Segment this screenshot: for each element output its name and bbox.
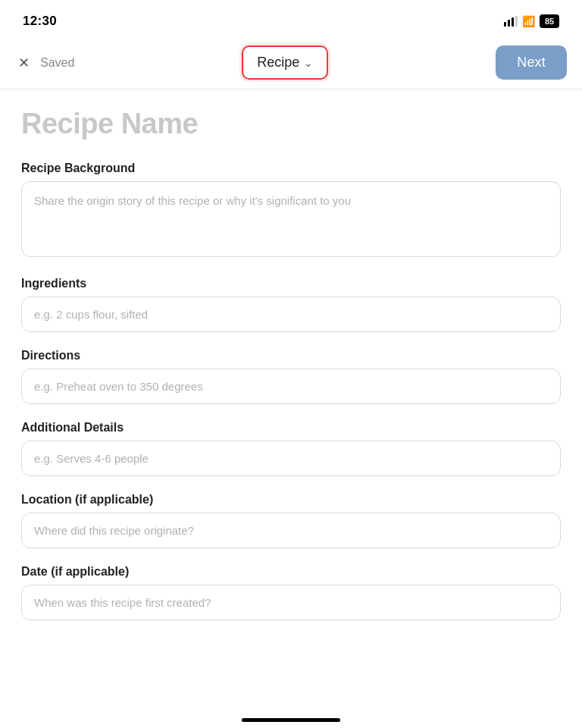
recipe-background-label: Recipe Background bbox=[21, 162, 561, 175]
recipe-background-input[interactable] bbox=[21, 181, 561, 257]
signal-icon bbox=[504, 16, 518, 27]
location-input[interactable] bbox=[21, 513, 561, 548]
date-group: Date (if applicable) bbox=[21, 565, 561, 620]
recipe-dropdown-label: Recipe bbox=[257, 55, 299, 71]
main-content: Recipe Name Recipe Background Ingredient… bbox=[0, 89, 582, 667]
date-label: Date (if applicable) bbox=[21, 565, 561, 579]
recipe-type-dropdown[interactable]: Recipe ⌄ bbox=[242, 46, 328, 80]
home-indicator bbox=[242, 718, 340, 722]
nav-left: ✕ Saved bbox=[15, 53, 74, 73]
ingredients-group: Ingredients bbox=[21, 277, 561, 332]
status-bar: 12:30 📶 85 bbox=[0, 0, 582, 38]
location-group: Location (if applicable) bbox=[21, 493, 561, 548]
directions-label: Directions bbox=[21, 349, 561, 362]
nav-center: Recipe ⌄ bbox=[242, 46, 328, 80]
ingredients-input[interactable] bbox=[21, 297, 561, 332]
location-label: Location (if applicable) bbox=[21, 493, 561, 507]
additional-details-input[interactable] bbox=[21, 441, 561, 476]
page-title: Recipe Name bbox=[21, 108, 561, 140]
additional-details-label: Additional Details bbox=[21, 421, 561, 435]
saved-label: Saved bbox=[40, 56, 74, 70]
next-button[interactable]: Next bbox=[496, 46, 567, 80]
directions-group: Directions bbox=[21, 349, 561, 404]
directions-input[interactable] bbox=[21, 369, 561, 404]
status-time: 12:30 bbox=[23, 14, 57, 29]
close-button[interactable]: ✕ bbox=[15, 53, 33, 73]
chevron-down-icon: ⌄ bbox=[304, 57, 313, 69]
recipe-background-group: Recipe Background bbox=[21, 162, 561, 260]
battery-indicator: 85 bbox=[540, 14, 559, 28]
date-input[interactable] bbox=[21, 585, 561, 620]
wifi-icon: 📶 bbox=[522, 15, 535, 27]
status-icons: 📶 85 bbox=[504, 14, 559, 28]
navigation-bar: ✕ Saved Recipe ⌄ Next bbox=[0, 38, 582, 89]
ingredients-label: Ingredients bbox=[21, 277, 561, 290]
additional-details-group: Additional Details bbox=[21, 421, 561, 476]
